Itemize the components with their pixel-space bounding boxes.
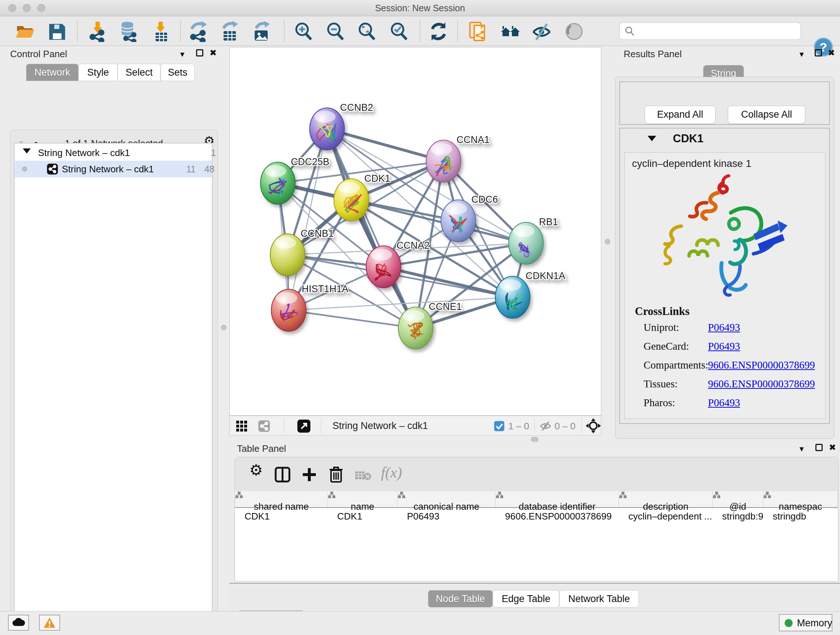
panel-maximize-icon[interactable]	[196, 49, 203, 57]
left-splitter-handle[interactable]	[221, 325, 226, 330]
column-header[interactable]: @id	[713, 491, 763, 507]
selected-checkbox-icon[interactable]	[494, 421, 505, 432]
panel-float-icon[interactable]: ▼	[798, 50, 805, 59]
zoom-in-icon[interactable]	[293, 21, 314, 42]
zoom-fit-icon[interactable]	[356, 21, 377, 42]
export-network-icon[interactable]	[189, 21, 210, 42]
network-node-CDKN1A[interactable]: CDKN1A	[495, 271, 565, 318]
network-canvas[interactable]: CCNB2CCNA1CDC25BCDK1CDC6RB1CCNB1CCNA2CDK…	[230, 48, 601, 415]
right-splitter-handle[interactable]	[605, 239, 610, 244]
tab-sets[interactable]: Sets	[161, 64, 195, 81]
save-session-icon[interactable]	[46, 21, 67, 42]
tab-edge-table[interactable]: Edge Table	[493, 590, 559, 608]
copy-network-icon[interactable]	[468, 21, 489, 42]
search-input[interactable]	[638, 24, 796, 38]
refresh-view-icon[interactable]	[428, 21, 449, 42]
column-header[interactable]: shared name	[235, 491, 328, 507]
crosslink-link[interactable]: P06493	[708, 321, 740, 333]
show-columns-icon[interactable]	[275, 467, 291, 483]
panel-close-icon[interactable]: ✖	[210, 49, 217, 57]
tab-network-table[interactable]: Network Table	[559, 590, 639, 608]
network-row-selected[interactable]: String Network – cdk1 11 48	[15, 161, 212, 177]
cloud-button[interactable]	[8, 615, 29, 631]
column-header[interactable]: name	[328, 491, 398, 507]
tab-network[interactable]: Network	[26, 64, 79, 81]
show-all-icon[interactable]	[564, 21, 584, 42]
import-network-file-icon[interactable]	[88, 21, 109, 42]
panel-maximize-icon[interactable]	[815, 49, 822, 57]
crosslinks-heading: CrossLinks	[635, 305, 690, 318]
hidden-count-badge: 0 – 0	[554, 421, 576, 432]
edge-count: 48	[204, 164, 215, 174]
table-cell[interactable]: stringdb	[763, 509, 838, 524]
crosslink-label: GeneCard:	[644, 340, 689, 352]
crosslink-label: Compartments:	[644, 359, 708, 371]
open-session-icon[interactable]	[14, 21, 35, 42]
column-header[interactable]: namespac	[763, 491, 838, 507]
crosslink-link[interactable]: P06493	[708, 397, 740, 409]
column-header[interactable]: canonical name	[398, 491, 496, 507]
network-collection-row[interactable]: String Network – cdk1 1	[15, 145, 212, 161]
zoom-selected-icon[interactable]	[388, 21, 409, 42]
import-table-icon[interactable]	[150, 21, 172, 42]
export-image-icon[interactable]	[251, 21, 272, 42]
tab-style[interactable]: Style	[79, 64, 118, 81]
network-node-RB1[interactable]: RB1	[508, 217, 558, 264]
expand-all-button[interactable]: Expand All	[645, 106, 715, 124]
panel-float-icon[interactable]: ▼	[798, 445, 805, 453]
panel-close-icon[interactable]: ✖	[828, 49, 835, 57]
crosslink-link[interactable]: 9606.ENSP00000378699	[708, 378, 815, 390]
column-header[interactable]: database identifier	[496, 491, 619, 507]
memory-button[interactable]: Memory	[779, 614, 832, 631]
delete-column-icon[interactable]	[328, 466, 344, 483]
toolbar-separator	[77, 21, 78, 42]
crosslink-label: Pharos:	[644, 397, 675, 409]
table-cell[interactable]: CDK1	[328, 509, 398, 524]
network-node-CCNE1[interactable]: CCNE1	[398, 301, 462, 349]
tab-node-table[interactable]: Node Table	[428, 590, 493, 608]
table-header-row: shared namenamecanonical namedatabase id…	[235, 491, 838, 508]
import-network-database-icon[interactable]	[118, 21, 139, 42]
protein-structure-image	[646, 170, 790, 305]
column-header[interactable]: description	[619, 491, 713, 507]
crosslink-link[interactable]: 9606.ENSP00000378699	[708, 359, 815, 371]
network-node-CCNB2[interactable]: CCNB2	[309, 102, 373, 150]
tab-select[interactable]: Select	[118, 64, 161, 81]
add-column-icon[interactable]	[302, 467, 317, 483]
bottom-splitter-handle[interactable]	[531, 437, 538, 442]
table-cell[interactable]: 9606.ENSP00000378699	[496, 509, 619, 524]
warning-button[interactable]	[39, 615, 60, 631]
collapse-all-button[interactable]: Collapse All	[728, 106, 805, 124]
table-cell[interactable]: CDK1	[235, 509, 328, 524]
tree-expander-icon[interactable]	[23, 149, 31, 154]
grid-view-icon[interactable]	[235, 420, 248, 432]
crosslink-label: Uniprot:	[644, 321, 679, 333]
section-expander-icon[interactable]	[647, 136, 656, 141]
network-node-CCNB1[interactable]: CCNB1	[270, 228, 334, 276]
gear-icon[interactable]: ⚙	[249, 466, 263, 475]
open-in-window-icon[interactable]	[297, 419, 311, 433]
table-cell[interactable]: stringdb:9...	[713, 509, 763, 524]
network-view[interactable]: CCNB2CCNA1CDC25BCDK1CDC6RB1CCNB1CCNA2CDK…	[229, 47, 601, 416]
panel-maximize-icon[interactable]	[815, 444, 823, 451]
zoom-out-icon[interactable]	[325, 21, 346, 42]
node-count: 11	[186, 164, 196, 174]
panel-close-icon[interactable]: ✖	[829, 443, 836, 452]
search-field[interactable]	[619, 22, 801, 40]
network-view-icon[interactable]	[258, 420, 270, 432]
node-label: CCNB2	[340, 102, 373, 113]
cloud-icon	[12, 618, 25, 627]
table-cell[interactable]: P06493	[398, 509, 496, 524]
protein-section: CDK1 cyclin–dependent kinase 1	[619, 128, 830, 424]
hide-selected-icon[interactable]	[531, 21, 552, 42]
node-label: CDK1	[364, 173, 390, 184]
export-table-icon[interactable]	[219, 21, 240, 42]
node-label: HIST1H1A	[302, 283, 348, 295]
panel-float-icon[interactable]: ▼	[179, 50, 186, 59]
crosslink-link[interactable]: P06493	[708, 340, 740, 352]
network-status-dot	[22, 166, 27, 172]
birds-eye-view-icon[interactable]	[586, 418, 601, 433]
table-cell[interactable]: cyclin–dependent ...	[619, 509, 713, 524]
first-neighbors-icon[interactable]	[500, 21, 521, 42]
network-node-CDK1[interactable]: CDK1	[334, 173, 390, 221]
